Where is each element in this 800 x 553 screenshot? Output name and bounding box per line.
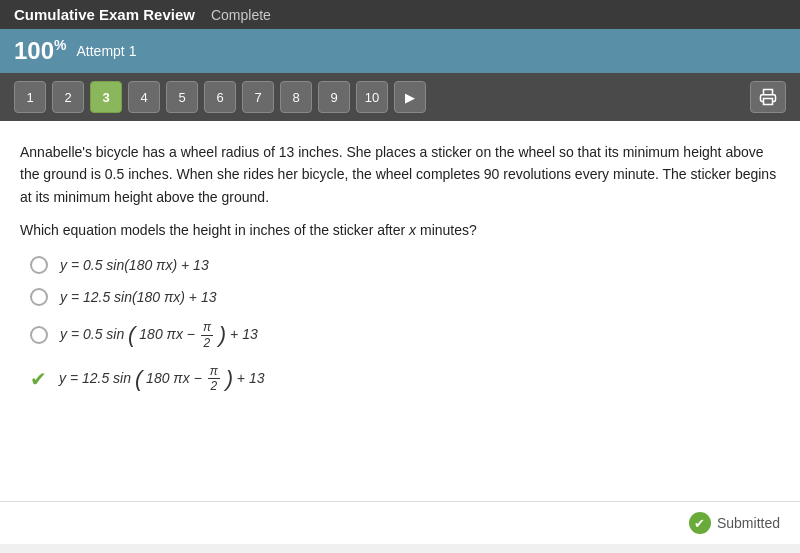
nav-btn-4[interactable]: 4 xyxy=(128,81,160,113)
score-bar: 100% Attempt 1 xyxy=(0,29,800,73)
option-D[interactable]: ✔ y = 12.5 sin ( 180 πx − π 2 ) + 13 xyxy=(30,364,780,394)
nav-btn-2[interactable]: 2 xyxy=(52,81,84,113)
nav-btn-5[interactable]: 5 xyxy=(166,81,198,113)
submitted-icon: ✔ xyxy=(689,512,711,534)
score-percent: 100% xyxy=(14,37,67,65)
question-content: Annabelle's bicycle has a wheel radius o… xyxy=(0,121,800,501)
nav-btn-10[interactable]: 10 xyxy=(356,81,388,113)
nav-btn-7[interactable]: 7 xyxy=(242,81,274,113)
nav-next-button[interactable]: ▶ xyxy=(394,81,426,113)
svg-rect-0 xyxy=(764,99,773,105)
option-C[interactable]: y = 0.5 sin ( 180 πx − π 2 ) + 13 xyxy=(30,320,780,350)
submitted-badge: ✔ Submitted xyxy=(689,512,780,534)
nav-bar: 1 2 3 4 5 6 7 8 9 10 ▶ xyxy=(0,73,800,121)
radio-C[interactable] xyxy=(30,326,48,344)
option-D-text: y = 12.5 sin ( 180 πx − π 2 ) + 13 xyxy=(59,364,265,394)
nav-btn-1[interactable]: 1 xyxy=(14,81,46,113)
score-attempt: Attempt 1 xyxy=(77,43,137,59)
question-body: Annabelle's bicycle has a wheel radius o… xyxy=(20,141,780,208)
radio-A[interactable] xyxy=(30,256,48,274)
nav-btn-8[interactable]: 8 xyxy=(280,81,312,113)
option-A[interactable]: y = 0.5 sin(180 πx) + 13 xyxy=(30,256,780,274)
question-prompt: Which equation models the height in inch… xyxy=(20,222,780,238)
option-B[interactable]: y = 12.5 sin(180 πx) + 13 xyxy=(30,288,780,306)
header: Cumulative Exam Review Complete xyxy=(0,0,800,29)
nav-btn-9[interactable]: 9 xyxy=(318,81,350,113)
correct-check-icon: ✔ xyxy=(30,367,47,391)
nav-btn-3[interactable]: 3 xyxy=(90,81,122,113)
header-title: Cumulative Exam Review xyxy=(14,6,195,23)
footer: ✔ Submitted xyxy=(0,501,800,544)
nav-btn-6[interactable]: 6 xyxy=(204,81,236,113)
submitted-label: Submitted xyxy=(717,515,780,531)
option-C-text: y = 0.5 sin ( 180 πx − π 2 ) + 13 xyxy=(60,320,258,350)
print-button[interactable] xyxy=(750,81,786,113)
option-B-text: y = 12.5 sin(180 πx) + 13 xyxy=(60,289,216,305)
radio-B[interactable] xyxy=(30,288,48,306)
header-status: Complete xyxy=(211,7,271,23)
options-list: y = 0.5 sin(180 πx) + 13 y = 12.5 sin(18… xyxy=(20,256,780,394)
option-A-text: y = 0.5 sin(180 πx) + 13 xyxy=(60,257,209,273)
